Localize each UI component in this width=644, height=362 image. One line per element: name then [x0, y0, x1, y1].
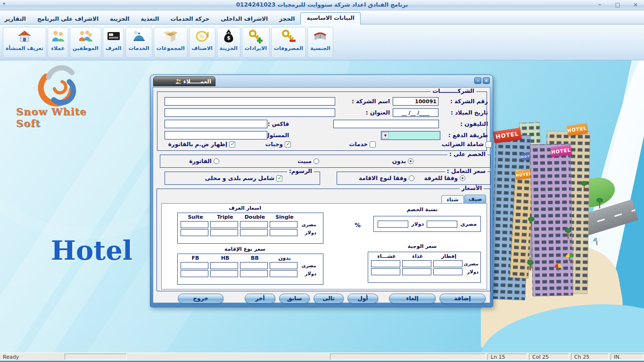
price-input[interactable]	[181, 262, 208, 269]
radio-icon[interactable]	[460, 175, 465, 181]
tab-reservation[interactable]: الحجز	[273, 14, 300, 25]
price-input[interactable]	[402, 260, 431, 267]
price-input[interactable]	[240, 221, 268, 228]
cancel-button[interactable]: إلغاء	[389, 294, 436, 304]
birth-date-input[interactable]	[393, 108, 438, 117]
palm-tree-icon	[565, 228, 571, 239]
services-checkbox[interactable]: خدمات	[341, 141, 376, 148]
company-name-input[interactable]	[165, 97, 335, 106]
tab-treasury[interactable]: الخزينة	[104, 14, 135, 25]
price-input[interactable]	[270, 270, 297, 277]
tab-basic-data[interactable]: البيانات الاساسية	[300, 12, 361, 25]
price-input[interactable]	[181, 221, 208, 228]
price-input[interactable]	[240, 262, 268, 269]
discount-stay-radio[interactable]: مبيت	[293, 158, 319, 165]
toolbar-groups-button[interactable]: المجموعات	[154, 27, 188, 58]
row-label: دولار	[464, 269, 479, 274]
radio-icon[interactable]	[409, 175, 414, 181]
close-button[interactable]: ×	[629, 1, 642, 9]
dialog-close-button[interactable]: ×	[483, 77, 490, 84]
local-fees-checkbox[interactable]: شامل رسم بلدى و محلى	[197, 175, 282, 181]
per-stay-type-radio[interactable]: وفقا لنوع الاقامة	[357, 175, 414, 181]
price-input[interactable]	[371, 268, 400, 275]
combo-dropdown-icon[interactable]: ▼	[382, 132, 389, 139]
meal-prices-table: عشـــاء غذاء إفطار مصرى	[368, 252, 481, 283]
address-input[interactable]	[165, 108, 335, 117]
toolbar-label: الموظفين	[73, 45, 99, 51]
price-input[interactable]	[240, 229, 268, 236]
company-no-input[interactable]	[393, 97, 438, 106]
checkbox-icon[interactable]	[229, 141, 235, 148]
first-button[interactable]: أول	[347, 294, 378, 304]
previous-button[interactable]: سابق	[279, 294, 310, 304]
menu-strip: البيانات الاساسية الحجز الاشراف الداخلى …	[21, 10, 361, 25]
radio-label: الفاتورة	[189, 158, 212, 165]
phone-input[interactable]	[333, 120, 439, 128]
price-input[interactable]	[270, 229, 297, 236]
price-input[interactable]	[210, 262, 238, 269]
radio-icon[interactable]	[408, 158, 413, 164]
tab-services-movement[interactable]: حركة الخدمات	[165, 14, 215, 25]
tab-catering[interactable]: التغذية	[135, 14, 165, 25]
price-input[interactable]	[210, 221, 238, 228]
price-input[interactable]	[270, 221, 297, 228]
discount-egy-input[interactable]	[427, 221, 457, 228]
tab-summer[interactable]: صيف	[464, 195, 486, 203]
price-input[interactable]	[210, 270, 238, 277]
row-label: مصرى	[464, 261, 479, 266]
toolbar-categories-button[interactable]: الاصناف	[189, 27, 215, 58]
radio-icon[interactable]	[214, 158, 219, 164]
toolbar-label: الاصناف	[192, 45, 213, 51]
meals-checkbox[interactable]: وجبات	[260, 141, 291, 148]
toolbar-facility-button[interactable]: تعريف المنشأة	[3, 27, 46, 58]
room-prices-group: اسعار الغرف Suite Triple Double Single	[165, 207, 325, 245]
clients-dialog-title-tab[interactable]: العمـــــلاء	[153, 76, 215, 86]
fax-input[interactable]	[165, 120, 267, 128]
price-input[interactable]	[181, 270, 208, 277]
price-input[interactable]	[371, 260, 400, 267]
toolbar-services-button[interactable]: الخدمات	[125, 27, 152, 58]
tab-internal-supervision[interactable]: الاشراف الداخلى	[215, 14, 273, 25]
radio-icon[interactable]	[314, 158, 319, 164]
discount-invoice-radio[interactable]: الفاتورة	[183, 158, 219, 165]
responsible-input[interactable]	[165, 131, 267, 140]
show-vat-checkbox[interactable]: إظهار ض.م بالفاتورة	[166, 141, 235, 148]
discount-none-radio[interactable]: بدون	[385, 158, 413, 165]
toolbar-rooms-button[interactable]: الغرف	[103, 27, 124, 58]
minimize-button[interactable]: –	[593, 1, 606, 9]
tab-winter[interactable]: شتاء	[441, 195, 464, 203]
radio-label: وفقا للغرفة	[424, 175, 458, 181]
checkbox-icon[interactable]	[486, 141, 492, 148]
dialog-minimize-button[interactable]: –	[474, 77, 481, 84]
toolbar-nationality-button[interactable]: الجنسية	[307, 27, 333, 58]
room-prices-row-usd: دولار	[178, 228, 323, 236]
deal-price-legend: سعر التعامل :	[445, 168, 487, 174]
toolbar-revenues-button[interactable]: الايرادات	[242, 27, 270, 58]
add-button[interactable]: إضافة	[439, 294, 486, 304]
last-button[interactable]: أخر	[245, 294, 275, 304]
maximize-button[interactable]: □	[611, 1, 624, 9]
price-input[interactable]	[240, 270, 268, 277]
checkbox-icon[interactable]	[370, 141, 376, 148]
toolbar-expenses-button[interactable]: المصروفات	[271, 27, 306, 58]
toolbar-label: الايرادات	[245, 45, 267, 51]
per-room-radio[interactable]: وفقا للغرفة	[422, 175, 465, 181]
price-input[interactable]	[433, 268, 462, 275]
price-input[interactable]	[433, 260, 462, 267]
price-input[interactable]	[210, 229, 238, 236]
checkbox-icon[interactable]	[285, 141, 291, 148]
tax-inclusive-checkbox[interactable]: شاملة الضرائب	[435, 141, 492, 148]
toolbar-clients-button[interactable]: عملاء	[48, 27, 68, 58]
price-input[interactable]	[270, 262, 297, 269]
price-input[interactable]	[181, 229, 208, 236]
checkbox-icon[interactable]	[276, 175, 282, 181]
price-input[interactable]	[402, 268, 431, 275]
toolbar-treasury-button[interactable]: $ الخزينة	[217, 27, 240, 58]
next-button[interactable]: تالى	[314, 294, 344, 304]
tab-program-supervision[interactable]: الاشراف على البرنامج	[32, 14, 104, 25]
discount-usd-input[interactable]	[378, 221, 408, 228]
toolbar-employees-button[interactable]: الموظفين	[70, 27, 101, 58]
exit-button[interactable]: خروج	[178, 294, 223, 304]
payment-method-combobox[interactable]: ▼	[381, 131, 440, 140]
tab-reports[interactable]: التقارير	[0, 14, 32, 25]
